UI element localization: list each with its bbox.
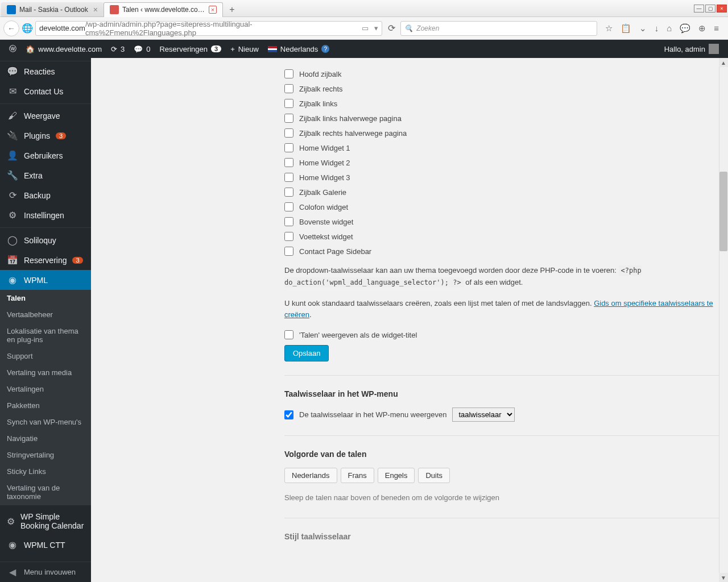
language-chip[interactable]: Engels [378,468,415,483]
sidebar-item-wpml[interactable]: ◉WPML [0,270,91,290]
language-chip[interactable]: Frans [341,468,374,483]
submenu-item[interactable]: Vertaling van media [0,364,91,381]
submenu-item[interactable]: Talen [0,290,91,306]
submenu-item[interactable]: Vertaling van de taxonomie [0,480,91,505]
collapse-menu[interactable]: ◀ Menu invouwen [0,562,91,582]
close-tab-icon[interactable]: × [209,6,217,14]
menu-icon: ◉ [7,275,18,285]
widget-checkbox[interactable] [284,188,293,197]
menu-icon: 🔌 [7,130,18,141]
widget-checkbox[interactable] [284,84,293,93]
clipboard-icon[interactable]: 📋 [621,23,631,34]
widget-checkbox[interactable] [284,99,293,108]
language-chip[interactable]: Nederlands [284,468,337,483]
url-path: /wp-admin/admin.php?page=sitepress-multi… [85,20,362,37]
widget-checkbox[interactable] [284,114,293,123]
reload-button[interactable]: ⟳ [384,23,398,34]
submenu-item[interactable]: Navigatie [0,430,91,447]
order-section-heading: Volgorde van de talen [284,450,728,459]
widget-checkbox[interactable] [284,143,293,152]
widget-checkbox[interactable] [284,247,293,256]
browser-tab[interactable]: Mail - Saskia - Outlook × [1,2,104,17]
widget-checkbox[interactable] [284,202,293,211]
sidebar-item-weergave[interactable]: 🖌Weergave [0,106,91,126]
plus-icon: + [230,45,235,53]
style-section-heading: Stijl taalwisselaar [284,532,728,541]
dropdown-help-text: De dropdown-taalwisselaar kan aan uw the… [284,265,728,289]
submenu-item[interactable]: Vertalingen [0,381,91,397]
menu-switcher-checkbox[interactable] [284,410,293,419]
language-link[interactable]: Nederlands? [263,45,334,53]
sidebar-item-reacties[interactable]: 💬Reacties [0,61,91,81]
downloads-icon[interactable]: ↓ [655,23,659,33]
widget-checkbox[interactable] [284,232,293,241]
save-button[interactable]: Opslaan [284,345,329,361]
chat-icon[interactable]: 💬 [680,23,690,34]
url-bar[interactable]: develotte.com/wp-admin/admin.php?page=si… [35,21,382,36]
sidebar-item-wpml-ctt[interactable]: ◉WPML CTT [0,535,91,555]
scroll-up-button[interactable]: ▲ [719,58,728,67]
new-link[interactable]: +Nieuw [226,45,263,53]
badge: 3 [72,257,82,264]
widget-checkbox-row: Bovenste widget [284,217,728,226]
menu-icon: ◉ [7,539,18,550]
widget-checkbox[interactable] [284,217,293,226]
updates-link[interactable]: ⟳3 [106,45,129,53]
menu-icon[interactable]: ≡ [714,23,719,33]
language-chip[interactable]: Duits [418,468,450,483]
sidebar-item-contact-us[interactable]: ✉Contact Us [0,81,91,101]
sidebar-item-reservering[interactable]: 📅Reservering3 [0,250,91,270]
widget-checkbox[interactable] [284,128,293,138]
reservations-link[interactable]: Reserveringen3 [155,45,226,53]
sidebar-item-extra[interactable]: 🔧Extra [0,165,91,185]
back-button[interactable]: ← [3,20,19,36]
menu-icon: 📅 [7,255,18,265]
submenu-item[interactable]: Vertaalbeheer [0,306,91,323]
account-link[interactable]: Hallo, admin [660,44,723,54]
search-icon: 🔍 [404,24,413,32]
widget-title-checkbox[interactable] [284,330,293,339]
minimize-button[interactable]: — [694,5,704,13]
sidebar-item-wp-simple-booking-calendar[interactable]: ⚙WP Simple Booking Calendar [0,508,91,535]
bookmark-icon[interactable]: ☆ [605,23,613,34]
scrollbar[interactable]: ▲ ▼ [719,58,728,582]
submenu-item[interactable]: Synch van WP-menu's [0,414,91,430]
home-icon[interactable]: ⌂ [667,23,672,33]
close-tab-icon[interactable]: × [93,5,98,14]
url-domain: develotte.com [39,24,85,32]
search-bar[interactable]: 🔍 Zoeken [400,21,597,36]
wp-logo[interactable]: ⓦ [5,44,21,54]
dropdown-icon[interactable]: ▾ [374,24,378,32]
submenu-item[interactable]: Pakketten [0,397,91,414]
close-window-button[interactable]: × [717,5,727,13]
sidebar-item-soliloquy[interactable]: ◯Soliloquy [0,230,91,250]
browser-tab-active[interactable]: Talen ‹ www.develotte.com — ... × [104,2,223,17]
menu-select[interactable]: taalwisselaar [452,408,515,422]
addon-icon[interactable]: ⊕ [698,23,706,34]
widget-checkbox[interactable] [284,173,293,182]
widget-checkbox-row: Colofon widget [284,202,728,211]
site-link[interactable]: 🏠www.develotte.com [21,45,106,53]
submenu-item[interactable]: Sticky Links [0,463,91,480]
widget-checkbox[interactable] [284,69,293,78]
submenu-item[interactable]: Support [0,348,91,364]
submenu-item[interactable]: Stringvertaling [0,447,91,463]
reader-icon[interactable]: ▭ [362,24,369,32]
menu-section-heading: Taalwisselaar in het WP-menu [284,389,728,398]
menu-icon: 🖌 [7,111,18,121]
sidebar-item-instellingen[interactable]: ⚙Instellingen [0,205,91,225]
pocket-icon[interactable]: ⌄ [639,23,647,34]
widget-checkbox[interactable] [284,158,293,167]
sidebar-item-plugins[interactable]: 🔌Plugins3 [0,126,91,146]
submenu-item[interactable]: Lokalisatie van thema en plug-ins [0,323,91,348]
comments-link[interactable]: 💬0 [129,45,155,53]
sidebar-item-gebruikers[interactable]: 👤Gebruikers [0,146,91,165]
new-tab-button[interactable]: + [225,3,239,16]
scroll-down-button[interactable]: ▼ [719,573,728,582]
maximize-button[interactable]: ▢ [705,5,715,13]
menu-switcher-option: De taalwisselaar in het WP-menu weergeve… [284,408,728,422]
widget-checkbox-row: Home Widget 1 [284,143,728,152]
help-icon[interactable]: ? [321,45,329,53]
sidebar-item-backup[interactable]: ⟳Backup [0,185,91,205]
scrollbar-thumb[interactable] [719,172,727,251]
